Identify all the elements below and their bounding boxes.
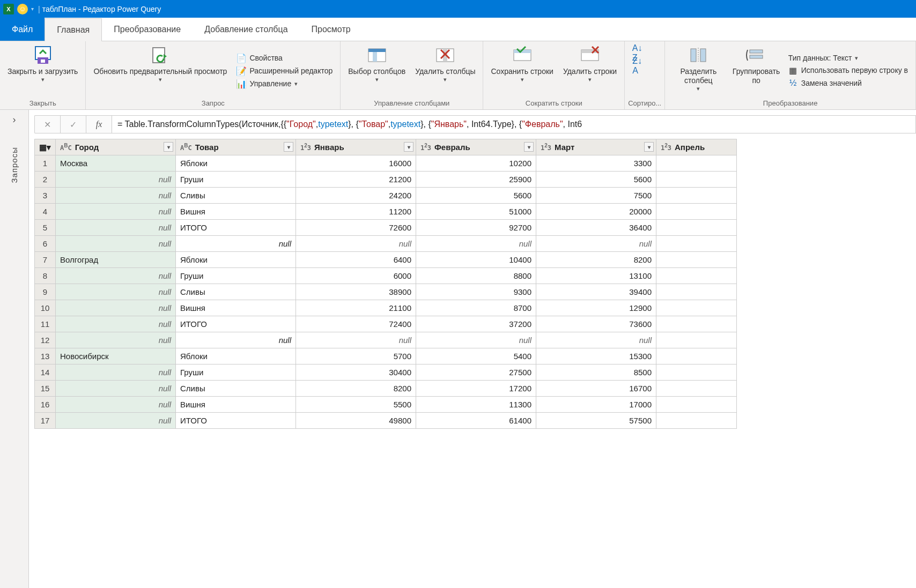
data-grid[interactable]: ▦▾ ABCГород▾ ABCТовар▾ 123Январь▾ 123Фев… [34, 139, 916, 588]
row-number[interactable]: 8 [35, 268, 56, 284]
cell[interactable]: null [176, 236, 296, 252]
cell[interactable]: Яблоки [176, 252, 296, 268]
cell[interactable] [656, 236, 737, 252]
formula-cancel-button[interactable]: ✕ [34, 115, 60, 133]
cell[interactable]: null [56, 172, 176, 188]
cell[interactable] [656, 155, 737, 172]
formula-commit-button[interactable]: ✓ [60, 115, 86, 133]
sort-desc-button[interactable]: Z↓A [631, 61, 643, 71]
cell[interactable] [656, 300, 737, 316]
cell[interactable] [656, 204, 737, 220]
cell[interactable]: 5600 [536, 172, 656, 188]
column-header-march[interactable]: 123Март▾ [536, 139, 656, 155]
cell[interactable]: 24200 [296, 188, 416, 204]
tab-transform[interactable]: Преобразование [102, 18, 193, 41]
cell[interactable]: null [176, 332, 296, 348]
cell[interactable]: 38900 [296, 284, 416, 300]
tab-file[interactable]: Файл [0, 18, 45, 41]
cell[interactable]: 92700 [416, 220, 536, 236]
cell[interactable]: Вишня [176, 300, 296, 316]
cell[interactable] [656, 172, 737, 188]
cell[interactable]: null [56, 316, 176, 332]
select-all-corner[interactable]: ▦▾ [35, 139, 56, 155]
cell[interactable]: 5700 [296, 348, 416, 364]
row-number[interactable]: 13 [35, 348, 56, 364]
cell[interactable]: 5500 [296, 397, 416, 413]
row-number[interactable]: 17 [35, 413, 56, 429]
cell[interactable]: 12900 [536, 300, 656, 316]
cell[interactable]: ИТОГО [176, 413, 296, 429]
cell[interactable]: 72600 [296, 220, 416, 236]
cell[interactable]: Груши [176, 172, 296, 188]
cell[interactable]: null [296, 236, 416, 252]
cell[interactable]: ИТОГО [176, 220, 296, 236]
cell[interactable]: 37200 [416, 316, 536, 332]
cell[interactable]: Груши [176, 364, 296, 381]
split-column-button[interactable]: Разделить столбец [668, 43, 728, 98]
cell[interactable] [656, 332, 737, 348]
row-number[interactable]: 7 [35, 252, 56, 268]
cell[interactable]: 39400 [536, 284, 656, 300]
cell[interactable]: Новосибирск [56, 348, 176, 364]
cell[interactable]: 5600 [416, 188, 536, 204]
cell[interactable]: null [56, 300, 176, 316]
choose-columns-button[interactable]: Выбор столбцов [344, 43, 410, 98]
row-number[interactable]: 11 [35, 316, 56, 332]
cell[interactable]: null [416, 236, 536, 252]
cell[interactable]: 3300 [536, 155, 656, 172]
cell[interactable]: 20000 [536, 204, 656, 220]
cell[interactable]: 13100 [536, 268, 656, 284]
row-number[interactable]: 15 [35, 381, 56, 397]
cell[interactable]: 7500 [536, 188, 656, 204]
cell[interactable]: 15300 [536, 348, 656, 364]
cell[interactable]: Сливы [176, 188, 296, 204]
column-header-january[interactable]: 123Январь▾ [296, 139, 416, 155]
cell[interactable]: Сливы [176, 284, 296, 300]
column-header-april[interactable]: 123Апрель [656, 139, 737, 155]
row-number[interactable]: 16 [35, 397, 56, 413]
cell[interactable] [656, 397, 737, 413]
cell[interactable]: null [56, 284, 176, 300]
cell[interactable]: null [296, 332, 416, 348]
cell[interactable]: ИТОГО [176, 316, 296, 332]
cell[interactable]: 10200 [416, 155, 536, 172]
cell[interactable]: Яблоки [176, 348, 296, 364]
cell[interactable]: null [56, 188, 176, 204]
fx-icon[interactable]: fx [86, 115, 112, 133]
cell[interactable]: 5400 [416, 348, 536, 364]
keep-rows-button[interactable]: Сохранить строки [486, 43, 557, 98]
filter-dropdown-icon[interactable]: ▾ [524, 142, 534, 152]
cell[interactable]: null [56, 220, 176, 236]
cell[interactable]: 10400 [416, 252, 536, 268]
remove-rows-button[interactable]: Удалить строки [559, 43, 621, 98]
cell[interactable]: 17000 [536, 397, 656, 413]
cell[interactable]: 21100 [296, 300, 416, 316]
cell[interactable]: 16000 [296, 155, 416, 172]
data-type-button[interactable]: Тип данных: Текст [787, 53, 909, 63]
cell[interactable] [656, 381, 737, 397]
filter-dropdown-icon[interactable]: ▾ [644, 142, 654, 152]
row-number[interactable]: 9 [35, 284, 56, 300]
row-number[interactable]: 10 [35, 300, 56, 316]
tab-add-column[interactable]: Добавление столбца [193, 18, 299, 41]
cell[interactable]: 8800 [416, 268, 536, 284]
cell[interactable]: 36400 [536, 220, 656, 236]
column-header-city[interactable]: ABCГород▾ [56, 139, 176, 155]
remove-columns-button[interactable]: Удалить столбцы [411, 43, 479, 98]
smiley-icon[interactable]: ☺ [17, 4, 28, 14]
cell[interactable] [656, 316, 737, 332]
filter-dropdown-icon[interactable]: ▾ [164, 142, 173, 152]
cell[interactable]: null [536, 236, 656, 252]
replace-values-button[interactable]: ½Замена значений [787, 78, 909, 88]
column-header-february[interactable]: 123Февраль▾ [416, 139, 536, 155]
cell[interactable]: null [56, 381, 176, 397]
cell[interactable] [656, 348, 737, 364]
cell[interactable] [656, 220, 737, 236]
properties-button[interactable]: 📄Свойства [235, 53, 334, 63]
cell[interactable]: 73600 [536, 316, 656, 332]
cell[interactable]: Москва [56, 155, 176, 172]
cell[interactable]: null [56, 397, 176, 413]
cell[interactable] [656, 252, 737, 268]
advanced-editor-button[interactable]: 📝Расширенный редактор [235, 65, 334, 76]
qat-dropdown-icon[interactable]: ▾ [31, 6, 34, 12]
